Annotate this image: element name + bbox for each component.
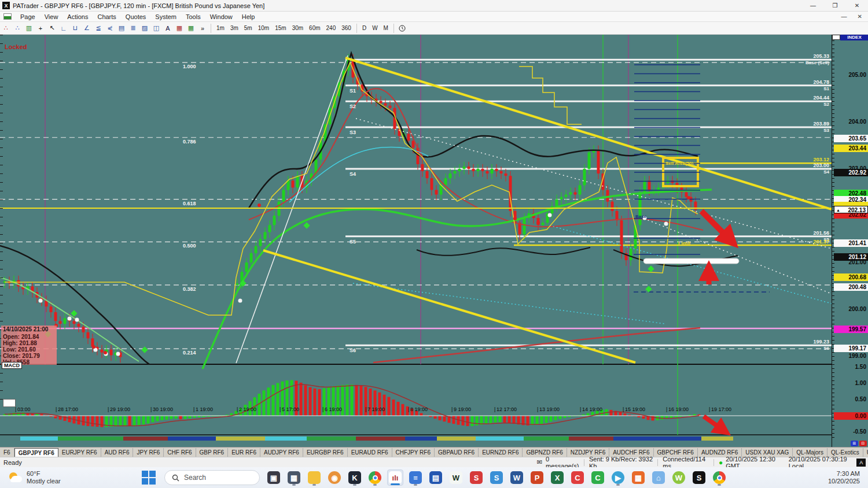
app-c-green-icon[interactable]: C — [590, 469, 606, 486]
candle — [685, 193, 688, 197]
maximize-button[interactable]: ❐ — [824, 0, 846, 11]
word-icon[interactable]: W — [509, 469, 525, 486]
price-chart-canvas — [0, 35, 832, 447]
chart-type-icon[interactable]: ▥ — [24, 24, 34, 33]
menu-charts[interactable]: Charts — [93, 12, 120, 21]
menu-tools[interactable]: Tools — [181, 12, 205, 21]
pattern-icon[interactable]: ▨ — [139, 24, 150, 33]
weather-widget[interactable]: 60°F Mostly clear — [8, 470, 106, 485]
axis-minus-button[interactable]: ⊟ — [859, 441, 867, 446]
timeframe-30m[interactable]: 30m — [290, 24, 306, 32]
tab-eurgbp-rf6[interactable]: EURGBP RF6 — [303, 448, 348, 457]
scrollbar-thumb[interactable] — [3, 399, 16, 407]
timeframe-10m[interactable]: 10m — [256, 24, 271, 32]
telegram-icon[interactable]: ▶ — [610, 469, 626, 486]
toolbar-overflow-chevron[interactable]: » — [197, 24, 208, 33]
tab-eurnzd-rf6[interactable]: EURNZD RF6 — [479, 448, 523, 457]
period-D[interactable]: D — [360, 24, 369, 32]
smr-icon[interactable]: S — [691, 469, 707, 486]
app-orange-icon[interactable]: ▦ — [630, 469, 646, 486]
menu-quotes[interactable]: Quotes — [121, 12, 150, 21]
timeframe-360[interactable]: 360 — [339, 24, 354, 32]
app-s-red-icon[interactable]: S — [468, 469, 484, 486]
skype-icon[interactable]: S — [488, 469, 505, 486]
close-button[interactable]: ✕ — [846, 0, 868, 11]
axis-plus-button[interactable]: ⊞ — [851, 441, 858, 446]
menu-view[interactable]: View — [40, 12, 63, 21]
tab-aud-rf6[interactable]: AUD RF6 — [101, 448, 134, 457]
app-c-red-icon[interactable]: C — [569, 469, 586, 486]
menu-page[interactable]: Page — [16, 12, 40, 21]
period-W[interactable]: W — [370, 24, 380, 32]
tab-eurjpy-rf6[interactable]: EURJPY RF6 — [58, 448, 101, 457]
tab-gbpjpy-rf6[interactable]: GBPJPY RF6 — [14, 448, 58, 457]
tab-jpy-rf6[interactable]: JPY RF6 — [133, 448, 164, 457]
chrome-icon[interactable] — [367, 469, 383, 486]
crosshair-icon[interactable]: + — [35, 24, 46, 33]
levels-icon[interactable]: ≣ — [128, 24, 138, 33]
browser-ball-icon[interactable] — [711, 469, 727, 486]
bank-blue-icon[interactable]: ⌂ — [650, 469, 667, 486]
taskbar-clock[interactable]: 7:30 AM 10/20/2025 — [828, 470, 860, 485]
tab-audjpy-rf6[interactable]: AUDJPY RF6 — [260, 448, 303, 457]
menu-actions[interactable]: Actions — [62, 12, 93, 21]
powerpoint-icon[interactable]: P — [529, 469, 545, 486]
mdi-minimize-button[interactable]: — — [841, 13, 847, 20]
tab-gbp-rf6[interactable]: GBP RF6 — [196, 448, 229, 457]
period-M[interactable]: M — [381, 24, 391, 32]
price-axis[interactable]: INDEX 205.00204.00203.00201.00200.00199.… — [832, 35, 868, 447]
tradingview-icon[interactable]: W — [448, 469, 464, 486]
link-red-icon[interactable]: ∴ — [1, 24, 11, 33]
candle — [565, 195, 568, 197]
menu-help[interactable]: Help — [237, 12, 260, 21]
grid-icon[interactable]: ▤ — [116, 24, 127, 33]
tab-chfjpy-rf6[interactable]: CHFJPY RF6 — [392, 448, 435, 457]
notes-blue-icon[interactable]: ≡ — [407, 469, 424, 486]
tab-chf-rf6[interactable]: CHF RF6 — [164, 448, 196, 457]
tab-usdx-rf[interactable]: USDX RF — [863, 448, 868, 457]
cursor-icon[interactable]: ↖ — [47, 24, 57, 33]
grid-blue-icon[interactable]: ▤ — [428, 469, 444, 486]
channel-icon[interactable]: ⊔ — [70, 24, 80, 33]
link-blue-icon[interactable]: ∴ — [12, 24, 23, 33]
tab-f6[interactable]: F6 — [0, 448, 14, 457]
tab-gbpaud-rf6[interactable]: GBPAUD RF6 — [435, 448, 479, 457]
timeframe-5m[interactable]: 5m — [242, 24, 255, 32]
columns-icon[interactable]: ◫ — [151, 24, 161, 33]
trendline-icon[interactable]: ∟ — [58, 24, 69, 33]
menu-window[interactable]: Window — [205, 12, 237, 21]
timeframe-1m[interactable]: 1m — [214, 24, 227, 32]
minimize-button[interactable]: — — [802, 0, 824, 11]
timeframe-15m[interactable]: 15m — [273, 24, 288, 32]
angle-icon[interactable]: ∠ — [82, 24, 92, 33]
mdi-close-button[interactable]: ✕ — [858, 13, 862, 20]
fan-icon[interactable]: ⋞ — [105, 24, 115, 33]
macd-bar — [175, 416, 178, 419]
menu-system[interactable]: System — [150, 12, 181, 21]
study2-icon[interactable]: ▦ — [186, 24, 196, 33]
clock-icon[interactable] — [397, 24, 407, 33]
macd-bar — [152, 416, 155, 422]
app-k-icon[interactable]: K — [347, 469, 363, 486]
file-explorer-icon[interactable] — [306, 469, 322, 486]
excel-icon[interactable]: X — [549, 469, 565, 486]
app-w-green-icon[interactable]: W — [671, 469, 687, 486]
text-tool-icon[interactable]: A — [163, 24, 173, 33]
taskbar: 60°F Mostly clear Search ▣▦◉Kılı≡▤WSSWPX… — [0, 467, 868, 488]
notebook-icon[interactable]: ▣ — [266, 469, 282, 486]
fib-icon[interactable]: ≦ — [93, 24, 104, 33]
time-label: 30 19:00 — [153, 406, 173, 412]
start-button[interactable] — [141, 470, 156, 485]
tab-eur-rf6[interactable]: EUR RF6 — [228, 448, 260, 457]
timeframe-60m[interactable]: 60m — [307, 24, 322, 32]
chart-area[interactable]: Locked Sell Area(50) Limit Base 14/10/20… — [0, 35, 868, 447]
study1-icon[interactable]: ▦ — [174, 24, 185, 33]
timeframe-240[interactable]: 240 — [324, 24, 339, 32]
search-input[interactable]: Search — [164, 470, 260, 485]
axis-tick-200.00: 200.00 — [848, 306, 866, 312]
mail-orange-icon[interactable]: ◉ — [326, 469, 343, 486]
patrader-icon[interactable]: ılı — [387, 469, 403, 486]
timeframe-3m[interactable]: 3m — [228, 24, 241, 32]
calculator-icon[interactable]: ▦ — [286, 469, 302, 486]
tab-euraud-rf6[interactable]: EURAUD RF6 — [348, 448, 392, 457]
